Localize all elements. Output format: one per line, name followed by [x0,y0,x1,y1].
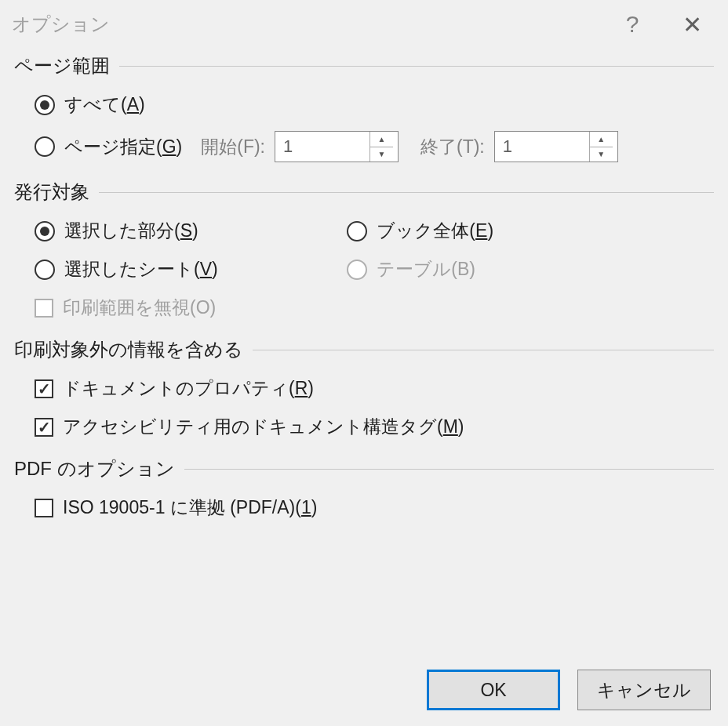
ok-button[interactable]: OK [427,670,560,710]
label-ignore-print-areas: 印刷範囲を無視(O) [63,296,216,320]
label-to: 終了(T): [420,135,485,159]
checkbox-iso-pdfa[interactable] [35,499,53,517]
group-pdf-options: PDF のオプション ISO 19005-1 に準拠 (PDF/A)(1) [14,456,714,520]
label-all: すべて(A) [64,93,145,117]
group-publish-what: 発行対象 選択した部分(S) ブック全体(E) 選択したシート(V) テーブル(… [14,180,714,320]
label-pages: ページ指定(G) [64,135,182,159]
radio-workbook[interactable] [347,221,367,241]
group-page-range: ページ範囲 すべて(A) ページ指定(G) 開始(F): ▲ ▼ 終了(T): [14,53,714,162]
spinner-to-arrows[interactable]: ▲ ▼ [589,132,613,162]
checkbox-ignore-print-areas [35,299,53,318]
radio-selection[interactable] [35,221,55,241]
label-doc-structure-tags: アクセシビリティ用のドキュメント構造タグ(M) [63,415,464,439]
divider [253,350,714,350]
legend-publish: 発行対象 [14,180,89,205]
radio-option-sheets[interactable]: 選択したシート(V) [35,257,347,281]
checkbox-row-doctags[interactable]: アクセシビリティ用のドキュメント構造タグ(M) [35,415,714,439]
button-bar: OK キャンセル [0,662,728,726]
radio-row-all[interactable]: すべて(A) [35,93,714,117]
divider [99,192,714,193]
group-header-pdf: PDF のオプション [14,456,714,481]
publish-row-1: 選択した部分(S) ブック全体(E) [35,219,714,243]
checkbox-row-iso[interactable]: ISO 19005-1 に準拠 (PDF/A)(1) [35,495,714,520]
group-non-printing: 印刷対象外の情報を含める ドキュメントのプロパティ(R) アクセシビリティ用のド… [14,337,714,439]
checkbox-doc-structure-tags[interactable] [35,418,53,437]
label-from: 開始(F): [201,135,265,159]
label-sheets: 選択したシート(V) [64,257,218,281]
input-from[interactable] [275,132,369,162]
help-icon[interactable]: ? [610,11,654,38]
chevron-down-icon[interactable]: ▼ [590,147,613,162]
spinner-from-arrows[interactable]: ▲ ▼ [369,132,393,162]
group-header-publish: 発行対象 [14,180,714,205]
radio-pages[interactable] [35,136,55,157]
radio-sheets[interactable] [35,260,55,280]
title-bar: オプション ? ✕ [0,0,728,49]
legend-nonprint: 印刷対象外の情報を含める [14,337,243,362]
label-doc-properties: ドキュメントのプロパティ(R) [63,376,314,401]
close-icon[interactable]: ✕ [670,11,714,38]
label-workbook: ブック全体(E) [377,219,493,243]
chevron-up-icon[interactable]: ▲ [370,132,393,147]
spinner-to[interactable]: ▲ ▼ [494,131,618,162]
label-table: テーブル(B) [377,257,475,281]
chevron-up-icon[interactable]: ▲ [590,132,613,147]
dialog-title: オプション [12,12,610,37]
radio-table [347,260,367,280]
spinner-from[interactable]: ▲ ▼ [275,131,399,162]
checkbox-doc-properties[interactable] [35,379,53,398]
label-selection: 選択した部分(S) [64,219,198,243]
legend-pdf: PDF のオプション [14,456,175,481]
checkbox-row-ignore-print: 印刷範囲を無視(O) [35,296,714,320]
radio-option-pages[interactable]: ページ指定(G) [35,135,182,159]
publish-row-2: 選択したシート(V) テーブル(B) [35,257,714,281]
checkbox-row-docprops[interactable]: ドキュメントのプロパティ(R) [35,376,714,401]
dialog-content: ページ範囲 すべて(A) ページ指定(G) 開始(F): ▲ ▼ 終了(T): [0,49,728,520]
input-to[interactable] [495,132,589,162]
radio-option-workbook[interactable]: ブック全体(E) [347,219,659,243]
legend-page-range: ページ範囲 [14,53,110,78]
radio-row-pages: ページ指定(G) 開始(F): ▲ ▼ 終了(T): ▲ ▼ [35,131,714,162]
cancel-button[interactable]: キャンセル [577,670,711,710]
radio-option-selection[interactable]: 選択した部分(S) [35,219,347,243]
chevron-down-icon[interactable]: ▼ [370,147,393,162]
divider [119,66,714,67]
radio-option-table: テーブル(B) [347,257,659,281]
divider [184,469,714,470]
radio-all[interactable] [35,95,55,115]
group-header-page-range: ページ範囲 [14,53,714,78]
label-iso-pdfa: ISO 19005-1 に準拠 (PDF/A)(1) [63,495,317,520]
group-header-nonprint: 印刷対象外の情報を含める [14,337,714,362]
